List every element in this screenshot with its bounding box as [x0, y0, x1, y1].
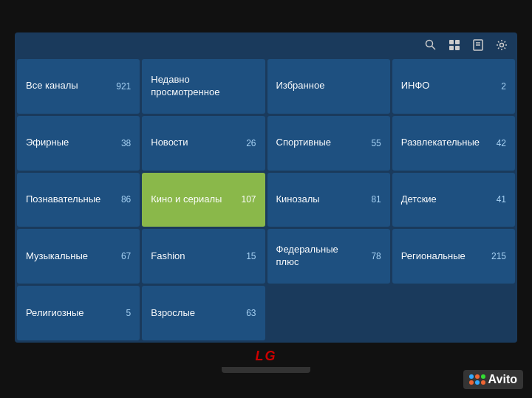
channel-cell[interactable]: Кино и сериалы107 — [142, 173, 265, 227]
channel-label: Кино и сериалы — [151, 193, 222, 206]
channel-label: Познавательные — [26, 193, 100, 206]
avito-dot — [469, 374, 474, 379]
channel-grid: Все каналы921Недавно просмотренноеИзбран… — [15, 32, 517, 343]
channel-cell[interactable]: Федеральные плюс78 — [267, 229, 390, 284]
channel-label: Развлекательные — [401, 137, 480, 149]
channel-cell[interactable]: Региональные215 — [392, 229, 515, 284]
settings-icon[interactable] — [494, 37, 510, 53]
channel-cell[interactable]: Fashion15 — [142, 229, 265, 284]
avito-dot — [481, 374, 485, 379]
channel-cell[interactable]: Музыкальные67 — [17, 229, 140, 284]
avito-dot — [469, 380, 474, 385]
avito-logo-dots — [469, 374, 485, 385]
channel-cell[interactable]: Избранное — [267, 59, 390, 114]
channel-cell[interactable]: Познавательные86 — [17, 173, 140, 227]
tv-brand: LG — [256, 349, 277, 364]
channel-count: 2 — [488, 81, 506, 92]
avito-watermark: Avito — [463, 370, 523, 389]
channel-cell[interactable]: Новости26 — [142, 116, 265, 171]
svg-rect-2 — [449, 40, 454, 44]
avito-label: Avito — [488, 373, 517, 386]
channel-count: 78 — [363, 251, 381, 261]
channel-label: Региональные — [401, 250, 466, 263]
channel-count: 15 — [238, 251, 256, 261]
svg-rect-5 — [455, 46, 460, 50]
channel-count: 81 — [363, 194, 381, 205]
channel-label: Все каналы — [26, 80, 78, 92]
channel-label: Взрослые — [151, 307, 195, 320]
channel-cell[interactable]: ИНФО2 — [392, 59, 515, 114]
channel-cell[interactable]: Все каналы921 — [17, 59, 140, 114]
channel-label: Эфирные — [26, 137, 69, 149]
channel-cell[interactable]: Взрослые63 — [142, 286, 265, 340]
channel-cell[interactable]: Детские41 — [392, 173, 515, 227]
channel-label: Новости — [151, 137, 188, 149]
avito-dot — [475, 380, 480, 385]
toolbar — [423, 37, 510, 53]
grid-icon[interactable] — [446, 37, 463, 53]
channel-count: 921 — [112, 81, 131, 92]
channel-count: 26 — [238, 138, 256, 148]
channel-count: 42 — [488, 138, 506, 148]
channel-count: 86 — [112, 194, 131, 205]
channel-cell[interactable]: Недавно просмотренное — [142, 59, 265, 114]
channel-count: 215 — [488, 251, 506, 261]
tv-bezel: LG — [222, 349, 310, 373]
channel-count: 63 — [238, 308, 256, 318]
channel-label: Детские — [401, 193, 437, 206]
channel-label: Религиозные — [26, 307, 84, 320]
channel-count: 41 — [488, 194, 506, 205]
channel-label: Избранное — [276, 80, 325, 92]
avito-dot — [481, 380, 485, 385]
channel-cell[interactable]: Развлекательные42 — [392, 116, 515, 171]
channel-count: 5 — [112, 308, 131, 318]
channel-label: ИНФО — [401, 80, 430, 92]
channel-label: Кинозалы — [276, 193, 320, 206]
channel-cell[interactable]: Религиозные5 — [17, 286, 140, 340]
channel-count: 107 — [238, 194, 256, 205]
channel-count: 38 — [112, 138, 131, 148]
svg-line-1 — [432, 47, 436, 50]
tv-frame: Все каналы921Недавно просмотренноеИзбран… — [0, 0, 532, 398]
channel-label: Недавно просмотренное — [151, 74, 256, 99]
channel-cell[interactable] — [392, 286, 515, 340]
channel-label: Спортивные — [276, 137, 331, 149]
channel-cell[interactable]: Кинозалы81 — [267, 173, 390, 227]
channel-count: 55 — [363, 138, 381, 148]
channel-label: Федеральные плюс — [276, 244, 363, 269]
bookmark-icon[interactable] — [470, 37, 486, 53]
channel-label: Fashion — [151, 250, 185, 263]
svg-point-0 — [426, 41, 433, 47]
search-icon[interactable] — [423, 37, 439, 53]
svg-rect-4 — [449, 46, 454, 50]
svg-point-9 — [500, 44, 504, 47]
channel-count: 67 — [112, 251, 131, 261]
screen: Все каналы921Недавно просмотренноеИзбран… — [15, 32, 517, 343]
channel-cell[interactable]: Спортивные55 — [267, 116, 390, 171]
channel-label: Музыкальные — [26, 250, 88, 263]
channel-cell[interactable]: Эфирные38 — [17, 116, 140, 171]
avito-dot — [475, 374, 480, 379]
svg-rect-3 — [455, 40, 460, 44]
tv-stand — [222, 367, 310, 373]
channel-cell[interactable] — [267, 286, 390, 340]
